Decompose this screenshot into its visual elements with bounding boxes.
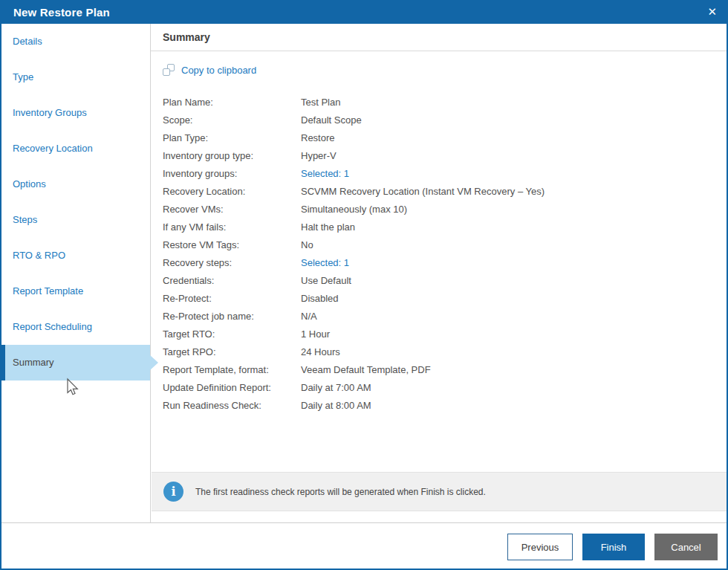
sidebar-item-target-rpo-: Target RPO: 24 Hours xyxy=(163,343,713,361)
sidebar-item-summary[interactable]: Summary xyxy=(0,345,150,380)
title-bar: New Restore Plan ✕ xyxy=(0,0,728,24)
sidebar-item-label: Inventory Groups xyxy=(13,107,87,118)
row-value: No xyxy=(301,236,713,254)
sidebar-item-plan-type-: Plan Type: Restore xyxy=(163,129,713,147)
row-value[interactable]: Selected: 1 xyxy=(301,165,713,183)
sidebar-item-re-protect-: Re-Protect: Disabled xyxy=(163,290,713,308)
row-value: SCVMM Recovery Location (Instant VM Reco… xyxy=(301,183,713,201)
sidebar-item-report-template-format-: Report Template, format: Veeam Default T… xyxy=(163,361,713,379)
row-label: Re-Protect job name: xyxy=(163,308,301,326)
row-label: Run Readiness Check: xyxy=(163,397,301,415)
sidebar-item-inventory-group-type-: Inventory group type: Hyper-V xyxy=(163,147,713,165)
copy-to-clipboard-button[interactable]: Copy to clipboard xyxy=(163,64,256,76)
sidebar-item-recovery-location-: Recovery Location: SCVMM Recovery Locati… xyxy=(163,183,713,201)
sidebar-item-if-any-vm-fails-: If any VM fails: Halt the plan xyxy=(163,218,713,236)
page-title: Summary xyxy=(151,24,728,51)
summary-page: Summary Copy to clipboard Plan Name: Tes… xyxy=(151,24,728,522)
row-value: Restore xyxy=(301,129,713,147)
sidebar-item-label: Type xyxy=(13,71,33,82)
dialog-title: New Restore Plan xyxy=(0,6,110,19)
new-restore-plan-dialog: New Restore Plan ✕ Details Type Inventor… xyxy=(0,0,728,570)
row-value: Veeam Default Template, PDF xyxy=(301,361,713,379)
sidebar-item-label: Recovery Location xyxy=(13,143,93,154)
row-label: Target RTO: xyxy=(163,326,301,343)
summary-rows: Plan Name: Test Plan Scope: Default Scop… xyxy=(163,94,713,415)
row-value: Halt the plan xyxy=(301,218,713,236)
sidebar-item-label: Report Template xyxy=(13,285,83,297)
sidebar-item-plan-name-: Plan Name: Test Plan xyxy=(163,94,713,111)
sidebar-item-inventory-groups-: Inventory groups: Selected: 1 xyxy=(163,165,713,183)
dialog-footer: Previous Finish Cancel xyxy=(0,522,728,570)
row-label: Inventory groups: xyxy=(163,165,301,183)
sidebar-item-label: RTO & RPO xyxy=(13,250,65,261)
sidebar-item-label: Steps xyxy=(13,214,37,225)
row-value: 24 Hours xyxy=(301,343,713,361)
row-value: Hyper-V xyxy=(301,147,713,165)
sidebar-item-scope-: Scope: Default Scope xyxy=(163,111,713,129)
sidebar-item-label: Details xyxy=(13,36,42,47)
previous-button[interactable]: Previous xyxy=(507,534,573,560)
row-label: Recover VMs: xyxy=(163,201,301,218)
info-icon: i xyxy=(163,482,183,502)
row-label: If any VM fails: xyxy=(163,218,301,236)
row-label: Report Template, format: xyxy=(163,361,301,379)
sidebar-item-re-protect-job-name-: Re-Protect job name: N/A xyxy=(163,308,713,326)
sidebar-item-credentials-: Credentials: Use Default xyxy=(163,272,713,290)
row-value: Default Scope xyxy=(301,111,713,129)
row-label: Plan Name: xyxy=(163,94,301,111)
sidebar-item-options[interactable]: Options xyxy=(0,166,150,202)
row-label: Credentials: xyxy=(163,272,301,290)
row-value: Use Default xyxy=(301,272,713,290)
sidebar-item-update-definition-report-: Update Definition Report: Daily at 7:00 … xyxy=(163,379,713,397)
sidebar-item-details[interactable]: Details xyxy=(0,24,150,59)
row-label: Recovery steps: xyxy=(163,254,301,272)
cancel-button[interactable]: Cancel xyxy=(654,534,718,560)
sidebar-item-steps[interactable]: Steps xyxy=(0,202,150,238)
row-label: Recovery Location: xyxy=(163,183,301,201)
row-label: Restore VM Tags: xyxy=(163,236,301,254)
copy-icon xyxy=(163,64,175,76)
sidebar-item-label: Report Scheduling xyxy=(13,321,92,332)
sidebar-item-run-readiness-check-: Run Readiness Check: Daily at 8:00 AM xyxy=(163,397,713,415)
row-value[interactable]: Selected: 1 xyxy=(301,254,713,272)
sidebar-item-restore-vm-tags-: Restore VM Tags: No xyxy=(163,236,713,254)
wizard-steps-sidebar: Details Type Inventory Groups Recovery L… xyxy=(0,24,151,522)
row-value: Test Plan xyxy=(301,94,713,111)
row-value: Daily at 8:00 AM xyxy=(301,397,713,415)
row-value: Simultaneously (max 10) xyxy=(301,201,713,218)
row-label: Scope: xyxy=(163,111,301,129)
sidebar-item-label: Options xyxy=(13,178,46,190)
sidebar-item-recovery-steps-: Recovery steps: Selected: 1 xyxy=(163,254,713,272)
sidebar-item-target-rto-: Target RTO: 1 Hour xyxy=(163,326,713,343)
info-banner: i The first readiness check reports will… xyxy=(152,472,728,511)
sidebar-item-report-scheduling[interactable]: Report Scheduling xyxy=(0,309,150,345)
row-label: Plan Type: xyxy=(163,129,301,147)
row-label: Target RPO: xyxy=(163,343,301,361)
row-label: Re-Protect: xyxy=(163,290,301,308)
finish-button[interactable]: Finish xyxy=(582,534,645,560)
sidebar-item-inventory-groups[interactable]: Inventory Groups xyxy=(0,95,150,131)
sidebar-item-type[interactable]: Type xyxy=(0,59,150,95)
info-banner-text: The first readiness check reports will b… xyxy=(195,487,486,497)
row-value: 1 Hour xyxy=(301,326,713,343)
copy-to-clipboard-label: Copy to clipboard xyxy=(181,65,256,76)
row-value: Daily at 7:00 AM xyxy=(301,379,713,397)
row-label: Update Definition Report: xyxy=(163,379,301,397)
sidebar-item-report-template[interactable]: Report Template xyxy=(0,273,150,309)
sidebar-item-recover-vms-: Recover VMs: Simultaneously (max 10) xyxy=(163,201,713,218)
sidebar-item-recovery-location[interactable]: Recovery Location xyxy=(0,131,150,166)
row-label: Inventory group type: xyxy=(163,147,301,165)
row-value: Disabled xyxy=(301,290,713,308)
sidebar-item-rto-rpo[interactable]: RTO & RPO xyxy=(0,238,150,273)
row-value: N/A xyxy=(301,308,713,326)
close-icon[interactable]: ✕ xyxy=(696,0,728,24)
sidebar-item-label: Summary xyxy=(13,357,54,368)
